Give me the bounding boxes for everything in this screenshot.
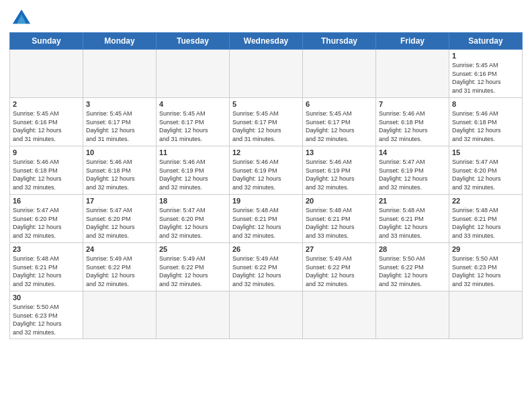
day-number: 30 [13,293,80,302]
calendar-cell: 16Sunrise: 5:47 AMSunset: 6:20 PMDayligh… [10,195,83,243]
calendar-cell: 4Sunrise: 5:45 AMSunset: 6:17 PMDaylight… [157,98,230,146]
day-info: Sunrise: 5:47 AMSunset: 6:20 PMDaylight:… [86,206,153,240]
day-number: 3 [86,100,153,108]
day-info: Sunrise: 5:45 AMSunset: 6:16 PMDaylight:… [13,109,80,143]
day-number: 2 [13,100,80,108]
day-number: 25 [159,245,226,253]
calendar-cell: 10Sunrise: 5:46 AMSunset: 6:18 PMDayligh… [83,146,157,195]
day-info: Sunrise: 5:50 AMSunset: 6:22 PMDaylight:… [379,255,446,288]
day-info: Sunrise: 5:46 AMSunset: 6:19 PMDaylight:… [159,158,226,191]
day-info: Sunrise: 5:47 AMSunset: 6:19 PMDaylight:… [379,158,446,191]
calendar-cell [376,50,449,98]
day-info: Sunrise: 5:49 AMSunset: 6:22 PMDaylight:… [86,255,153,288]
calendar-cell: 18Sunrise: 5:47 AMSunset: 6:20 PMDayligh… [157,195,230,243]
day-number: 8 [452,100,519,108]
calendar-cell: 12Sunrise: 5:46 AMSunset: 6:19 PMDayligh… [230,146,303,195]
day-info: Sunrise: 5:50 AMSunset: 6:23 PMDaylight:… [452,255,519,288]
day-number: 11 [159,148,226,156]
calendar-cell: 19Sunrise: 5:48 AMSunset: 6:21 PMDayligh… [230,195,303,243]
calendar-cell: 30Sunrise: 5:50 AMSunset: 6:23 PMDayligh… [10,291,83,339]
calendar-cell [376,291,449,339]
day-info: Sunrise: 5:46 AMSunset: 6:18 PMDaylight:… [13,158,80,191]
day-info: Sunrise: 5:46 AMSunset: 6:19 PMDaylight:… [232,158,300,191]
calendar-cell: 23Sunrise: 5:48 AMSunset: 6:21 PMDayligh… [10,243,83,291]
calendar-cell: 8Sunrise: 5:46 AMSunset: 6:18 PMDaylight… [449,98,523,146]
calendar-cell: 9Sunrise: 5:46 AMSunset: 6:18 PMDaylight… [10,146,83,195]
day-info: Sunrise: 5:46 AMSunset: 6:18 PMDaylight:… [86,158,153,191]
calendar-cell: 1Sunrise: 5:45 AMSunset: 6:16 PMDaylight… [449,50,523,98]
calendar-cell: 26Sunrise: 5:49 AMSunset: 6:22 PMDayligh… [230,243,303,291]
day-info: Sunrise: 5:45 AMSunset: 6:16 PMDaylight:… [452,61,519,95]
day-info: Sunrise: 5:48 AMSunset: 6:21 PMDaylight:… [306,206,373,240]
header [9,7,523,28]
day-number: 22 [452,197,519,205]
day-number: 24 [86,245,153,253]
calendar-cell: 21Sunrise: 5:48 AMSunset: 6:21 PMDayligh… [376,195,449,243]
day-number: 1 [452,52,519,60]
day-number: 7 [379,100,446,108]
day-info: Sunrise: 5:49 AMSunset: 6:22 PMDaylight:… [159,255,226,288]
calendar-cell: 25Sunrise: 5:49 AMSunset: 6:22 PMDayligh… [157,243,230,291]
week-row-6: 30Sunrise: 5:50 AMSunset: 6:23 PMDayligh… [10,291,523,339]
day-number: 9 [13,148,80,156]
day-info: Sunrise: 5:50 AMSunset: 6:23 PMDaylight:… [13,303,80,336]
calendar-cell [303,50,376,98]
calendar-cell: 7Sunrise: 5:46 AMSunset: 6:18 PMDaylight… [376,98,449,146]
calendar-cell: 13Sunrise: 5:46 AMSunset: 6:19 PMDayligh… [303,146,376,195]
day-info: Sunrise: 5:46 AMSunset: 6:19 PMDaylight:… [306,158,373,191]
day-number: 20 [306,197,373,205]
week-row-4: 16Sunrise: 5:47 AMSunset: 6:20 PMDayligh… [10,195,523,243]
calendar-cell [449,291,523,339]
day-info: Sunrise: 5:48 AMSunset: 6:21 PMDaylight:… [452,206,519,240]
day-number: 16 [13,197,80,205]
day-info: Sunrise: 5:48 AMSunset: 6:21 PMDaylight:… [13,255,80,288]
calendar-cell [157,291,230,339]
calendar-cell [230,50,303,98]
day-number: 26 [232,245,300,253]
day-number: 23 [13,245,80,253]
day-info: Sunrise: 5:46 AMSunset: 6:18 PMDaylight:… [379,109,446,143]
calendar-cell: 20Sunrise: 5:48 AMSunset: 6:21 PMDayligh… [303,195,376,243]
day-info: Sunrise: 5:45 AMSunset: 6:17 PMDaylight:… [159,109,226,143]
calendar-cell: 15Sunrise: 5:47 AMSunset: 6:20 PMDayligh… [449,146,523,195]
calendar-cell: 22Sunrise: 5:48 AMSunset: 6:21 PMDayligh… [449,195,523,243]
day-info: Sunrise: 5:45 AMSunset: 6:17 PMDaylight:… [306,109,373,143]
calendar-cell [303,291,376,339]
calendar-cell [10,50,83,98]
logo-icon [11,7,32,26]
day-number: 14 [379,148,446,156]
day-number: 10 [86,148,153,156]
logo [9,7,32,28]
calendar-cell: 29Sunrise: 5:50 AMSunset: 6:23 PMDayligh… [449,243,523,291]
day-info: Sunrise: 5:45 AMSunset: 6:17 PMDaylight:… [232,109,300,143]
col-header-sunday: Sunday [10,33,83,50]
day-info: Sunrise: 5:49 AMSunset: 6:22 PMDaylight:… [306,255,373,288]
day-number: 27 [306,245,373,253]
week-row-5: 23Sunrise: 5:48 AMSunset: 6:21 PMDayligh… [10,243,523,291]
calendar-cell [83,291,157,339]
day-info: Sunrise: 5:47 AMSunset: 6:20 PMDaylight:… [159,206,226,240]
calendar-cell: 3Sunrise: 5:45 AMSunset: 6:17 PMDaylight… [83,98,157,146]
day-number: 5 [232,100,300,108]
col-header-thursday: Thursday [303,33,376,50]
week-row-3: 9Sunrise: 5:46 AMSunset: 6:18 PMDaylight… [10,146,523,195]
day-number: 17 [86,197,153,205]
calendar-cell: 14Sunrise: 5:47 AMSunset: 6:19 PMDayligh… [376,146,449,195]
calendar-cell: 27Sunrise: 5:49 AMSunset: 6:22 PMDayligh… [303,243,376,291]
calendar-table: SundayMondayTuesdayWednesdayThursdayFrid… [9,32,523,339]
day-number: 19 [232,197,300,205]
calendar-cell [83,50,157,98]
calendar-cell: 11Sunrise: 5:46 AMSunset: 6:19 PMDayligh… [157,146,230,195]
page: SundayMondayTuesdayWednesdayThursdayFrid… [0,0,532,346]
col-header-tuesday: Tuesday [157,33,230,50]
calendar-cell: 28Sunrise: 5:50 AMSunset: 6:22 PMDayligh… [376,243,449,291]
calendar-cell [230,291,303,339]
calendar-cell [157,50,230,98]
week-row-1: 1Sunrise: 5:45 AMSunset: 6:16 PMDaylight… [10,50,523,98]
day-info: Sunrise: 5:48 AMSunset: 6:21 PMDaylight:… [379,206,446,240]
calendar-cell: 2Sunrise: 5:45 AMSunset: 6:16 PMDaylight… [10,98,83,146]
day-info: Sunrise: 5:47 AMSunset: 6:20 PMDaylight:… [452,158,519,191]
day-number: 15 [452,148,519,156]
day-number: 13 [306,148,373,156]
day-number: 28 [379,245,446,253]
